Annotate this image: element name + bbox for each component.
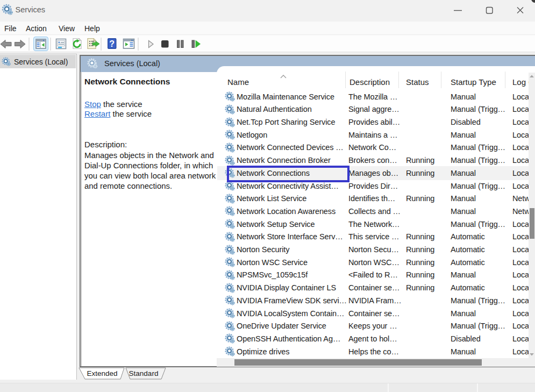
- svg-text:?: ?: [109, 39, 115, 48]
- svg-text:Extended: Extended: [87, 369, 117, 377]
- svg-text:Standard: Standard: [129, 369, 159, 377]
